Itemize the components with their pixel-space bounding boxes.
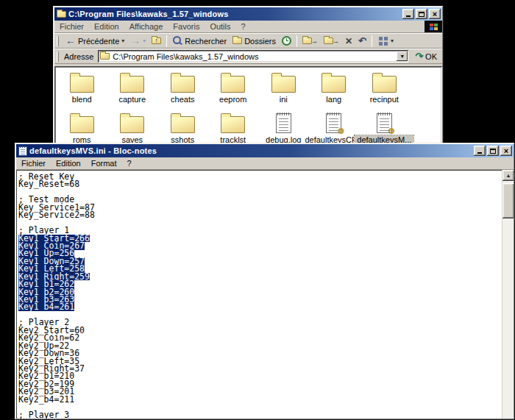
text-line: Key2_Coin=62 bbox=[18, 332, 502, 340]
folder-icon bbox=[221, 76, 245, 93]
up-folder-icon: ↑ bbox=[152, 38, 161, 44]
views-button[interactable]: ▾ bbox=[374, 36, 397, 46]
text-line: Key2_Right=37 bbox=[18, 363, 502, 371]
text-line-content: Key_Reset=68 bbox=[18, 180, 79, 188]
text-line: Key1_b3=263 bbox=[18, 294, 502, 302]
menu-item-help[interactable]: ? bbox=[236, 21, 251, 32]
notepad-close-button[interactable]: × bbox=[500, 146, 512, 156]
folders-button-label: Dossiers bbox=[244, 37, 276, 46]
menu-item-format[interactable]: Format bbox=[86, 158, 122, 168]
text-line: Key1_b2=260 bbox=[18, 287, 502, 294]
log-file-icon bbox=[276, 113, 291, 133]
toolbar-separator bbox=[296, 35, 297, 47]
notepad-titlebar[interactable]: defaultkeysMVS.ini - Bloc-notes × bbox=[16, 144, 514, 157]
notepad-window-controls: × bbox=[474, 146, 512, 156]
delete-button[interactable]: ✕ bbox=[342, 35, 355, 47]
delete-icon: ✕ bbox=[345, 36, 352, 46]
text-line: Key2_b1=210 bbox=[18, 371, 502, 378]
maximize-icon bbox=[419, 12, 425, 17]
file-item-label: lang bbox=[324, 95, 344, 104]
ini-file-icon: ⚙ bbox=[326, 113, 341, 133]
text-line bbox=[18, 310, 502, 317]
menu-item-favoris[interactable]: Favoris bbox=[168, 21, 205, 32]
explorer-titlebar[interactable]: C:\Program Files\kawaks_1.57_windows × bbox=[54, 7, 442, 21]
scrollbar-thumb[interactable] bbox=[502, 183, 514, 218]
explorer-maximize-button[interactable] bbox=[416, 9, 427, 19]
text-line: Key_Service1=87 bbox=[18, 202, 502, 210]
notepad-client-area: ; Reset KeyKey_Reset=68; Test modeKey_Se… bbox=[16, 170, 514, 419]
menu-item-help[interactable]: ? bbox=[122, 158, 137, 168]
move-to-folder-icon bbox=[302, 38, 312, 44]
address-folder-icon bbox=[100, 53, 110, 60]
explorer-menu-items: FichierEditionAffichageFavorisOutils? bbox=[54, 21, 251, 32]
forward-button[interactable]: → ▾ bbox=[127, 35, 149, 46]
text-line bbox=[18, 187, 502, 194]
menu-item-edition[interactable]: Edition bbox=[51, 158, 86, 168]
minimize-icon bbox=[477, 152, 482, 154]
file-item-lang[interactable]: lang bbox=[309, 68, 360, 109]
menu-item-edition[interactable]: Edition bbox=[89, 21, 124, 32]
address-input[interactable]: C:\Program Files\kawaks_1.57_windows ▾ bbox=[98, 50, 408, 63]
folder-icon bbox=[171, 116, 195, 133]
folders-icon bbox=[232, 38, 242, 44]
menu-item-affichage[interactable]: Affichage bbox=[124, 21, 168, 32]
explorer-minimize-button[interactable] bbox=[402, 9, 414, 19]
folder-icon bbox=[120, 76, 144, 93]
addressbar-grip[interactable] bbox=[57, 51, 59, 62]
file-item-capture[interactable]: capture bbox=[107, 68, 158, 109]
address-dropdown-button[interactable]: ▾ bbox=[397, 51, 408, 61]
close-icon: × bbox=[504, 147, 508, 154]
search-icon bbox=[172, 36, 182, 46]
ini-file-icon: ⚙ bbox=[377, 113, 392, 133]
file-item-recinput[interactable]: recinput bbox=[359, 68, 410, 109]
explorer-close-button[interactable]: × bbox=[429, 9, 441, 19]
text-line: Key1_Down=257 bbox=[18, 256, 502, 263]
explorer-addressbar: Adresse C:\Program Files\kawaks_1.57_win… bbox=[54, 49, 442, 64]
undo-button[interactable]: ↶ bbox=[355, 35, 369, 47]
text-line: Key2_Left=35 bbox=[18, 356, 502, 363]
text-line: Key1_b4=261 bbox=[18, 302, 502, 309]
back-button[interactable]: ← Précédente ▾ bbox=[63, 35, 127, 46]
folders-button[interactable]: Dossiers bbox=[230, 36, 279, 46]
folder-icon bbox=[221, 116, 245, 133]
up-button[interactable]: ↑ bbox=[149, 37, 164, 45]
search-button[interactable]: Rechercher bbox=[169, 35, 230, 46]
text-line: Key2_Up=22 bbox=[18, 341, 502, 348]
text-line: ; Player 2 bbox=[18, 317, 502, 324]
notepad-minimize-button[interactable] bbox=[474, 146, 486, 156]
explorer-toolbar: ← Précédente ▾ → ▾ ↑ Rechercher Dossiers… bbox=[54, 33, 442, 49]
file-item-ini[interactable]: ini bbox=[258, 68, 309, 109]
history-button[interactable] bbox=[279, 35, 294, 46]
text-line: Key2_Start=60 bbox=[18, 325, 502, 332]
menu-item-fichier[interactable]: Fichier bbox=[16, 158, 51, 168]
notepad-maximize-button[interactable] bbox=[487, 146, 499, 156]
go-button-label: OK bbox=[425, 52, 437, 61]
toolbar-separator bbox=[166, 35, 167, 47]
file-item-label: cheats bbox=[168, 95, 196, 104]
go-button[interactable]: ↷ OK bbox=[413, 50, 439, 63]
text-line: Key3_Start=0 bbox=[18, 417, 502, 419]
scrollbar-up-button[interactable]: ▲ bbox=[502, 170, 514, 181]
menu-item-outils[interactable]: Outils bbox=[205, 21, 235, 32]
file-item-eeprom[interactable]: eeprom bbox=[208, 68, 259, 109]
file-item-blend[interactable]: blend bbox=[57, 68, 107, 109]
vertical-scrollbar[interactable]: ▲ bbox=[502, 170, 514, 419]
back-button-label: Précédente bbox=[78, 37, 119, 46]
close-icon: × bbox=[433, 10, 437, 18]
copy-to-button[interactable]: → bbox=[321, 37, 342, 46]
file-item-cheats[interactable]: cheats bbox=[157, 68, 208, 109]
scroll-up-icon: ▲ bbox=[506, 173, 511, 178]
windows-logo-icon bbox=[430, 24, 438, 30]
text-line: ; Reset Key bbox=[18, 171, 502, 179]
notepad-icon bbox=[18, 146, 27, 156]
move-to-button[interactable]: → bbox=[299, 37, 321, 46]
toolbar-grip[interactable] bbox=[57, 36, 59, 46]
file-item-label: eeprom bbox=[217, 95, 249, 104]
undo-icon: ↶ bbox=[358, 35, 366, 46]
back-dropdown-icon: ▾ bbox=[121, 38, 124, 44]
explorer-window-controls: × bbox=[402, 9, 441, 19]
copy-to-folder-icon bbox=[324, 38, 333, 44]
text-line: Key1_Right=259 bbox=[18, 271, 502, 279]
notepad-text-area[interactable]: ; Reset KeyKey_Reset=68; Test modeKey_Se… bbox=[16, 170, 502, 419]
menu-item-fichier[interactable]: Fichier bbox=[54, 21, 89, 32]
